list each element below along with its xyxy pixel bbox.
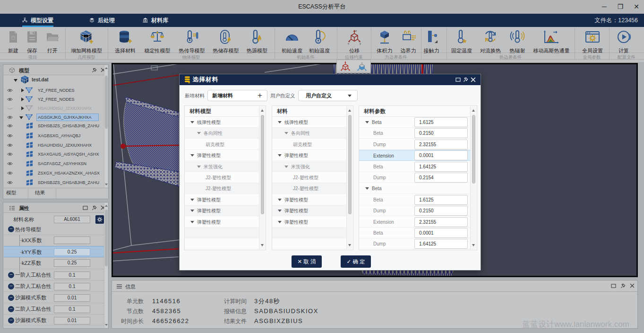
svg-text:y: y [360,42,361,45]
svg-text:z: z [355,29,357,32]
svg-text:x: x [348,42,349,45]
